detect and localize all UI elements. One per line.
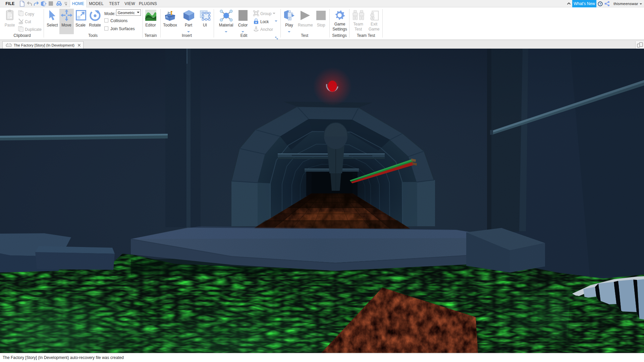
svg-text:?: ? <box>599 2 601 6</box>
